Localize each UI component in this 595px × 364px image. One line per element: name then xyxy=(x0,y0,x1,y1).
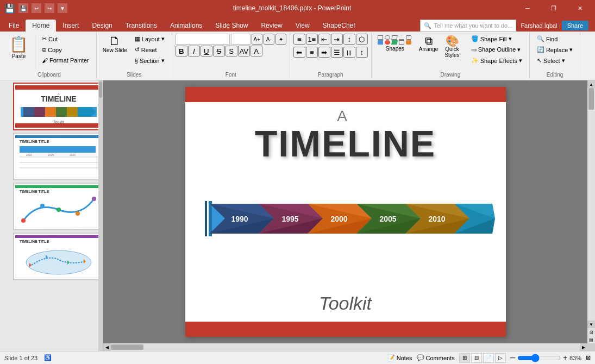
shadow-btn[interactable]: S xyxy=(226,46,237,57)
tab-transitions[interactable]: Transitions xyxy=(119,20,164,32)
accessibility-icon[interactable]: ♿ xyxy=(44,354,52,361)
fit-btn[interactable]: ⊡ xyxy=(590,328,593,336)
vscroll-thumb[interactable] xyxy=(588,88,594,110)
reset-button[interactable]: ↺ Reset xyxy=(131,45,168,55)
customize-quick-btn[interactable]: ▼ xyxy=(58,3,67,13)
canvas-hscrollbar[interactable]: ◀ ▶ xyxy=(103,343,595,351)
tab-review[interactable]: Review xyxy=(254,20,289,32)
increase-font-btn[interactable]: A+ xyxy=(252,34,262,45)
zoom-in-btn[interactable]: + xyxy=(563,354,567,362)
slide-3-thumb[interactable]: TIMELINE TITLE xyxy=(13,183,101,230)
paste-button[interactable]: 📋 Paste xyxy=(5,34,32,61)
comments-button[interactable]: 💬 Comments xyxy=(417,354,455,361)
svg-rect-32 xyxy=(15,235,98,238)
reading-view-btn[interactable]: 📄 xyxy=(483,353,494,363)
copy-button[interactable]: ⧉ Copy xyxy=(38,45,93,55)
tab-slideshow[interactable]: Slide Show xyxy=(209,20,254,32)
slide-3-container: 3 ★ TIMELINE TITLE xyxy=(2,183,101,230)
tab-view[interactable]: View xyxy=(289,20,316,32)
line-spacing-btn[interactable]: ↕ xyxy=(356,47,368,58)
spacing-btn[interactable]: AV xyxy=(238,46,250,57)
tell-me-search[interactable]: 🔍 Tell me what you want to do... xyxy=(420,20,516,32)
svg-text:TIMELINE TITLE: TIMELINE TITLE xyxy=(20,190,49,193)
notes-icon: 📝 xyxy=(387,354,395,361)
reset-icon: ↺ xyxy=(135,46,140,53)
notes-button[interactable]: 📝 Notes xyxy=(387,354,412,361)
font-size-input[interactable] xyxy=(231,34,250,45)
shape-outline-button[interactable]: ▭ Shape Outline ▾ xyxy=(467,45,526,55)
text-direction-btn[interactable]: ↕ xyxy=(343,34,355,45)
share-button[interactable]: Share xyxy=(562,21,588,30)
shape-fill-button[interactable]: 🪣 Shape Fill ▾ xyxy=(467,34,526,44)
slide-4-thumb[interactable]: TIMELINE TITLE xyxy=(13,233,101,280)
clear-format-btn[interactable]: ✦ xyxy=(275,34,286,45)
close-btn[interactable]: ✕ xyxy=(569,0,591,16)
canvas-area[interactable]: A TIMELINE 1990 xyxy=(103,80,587,343)
font-color-btn[interactable]: A xyxy=(250,46,262,57)
tab-animations[interactable]: Animations xyxy=(164,20,209,32)
slide-1-thumb[interactable]: A TIMELINE Toolkit xyxy=(13,83,101,130)
select-button[interactable]: ↖ Select ▾ xyxy=(533,55,577,66)
minimize-btn[interactable]: ─ xyxy=(517,0,538,16)
col-btn[interactable]: ⫼ xyxy=(343,47,355,58)
hscroll-thumb[interactable] xyxy=(111,344,143,350)
bold-btn[interactable]: B xyxy=(176,46,187,57)
decrease-font-btn[interactable]: A- xyxy=(264,34,274,45)
clipboard-content: 📋 Paste ✂ Cut ⧉ Copy 🖌 Format Painter xyxy=(5,34,93,71)
vscroll-down-btn[interactable]: ▼ xyxy=(587,321,595,328)
slides-label: Slides xyxy=(127,71,141,78)
tab-file[interactable]: File xyxy=(2,20,26,32)
vscroll-track[interactable] xyxy=(587,88,595,321)
zoom-out-btn[interactable]: ─ xyxy=(510,354,515,362)
vscroll-up-btn[interactable]: ▲ xyxy=(587,80,595,88)
arrange-button[interactable]: ⧉ Arrange xyxy=(416,34,441,54)
format-painter-button[interactable]: 🖌 Format Painter xyxy=(38,55,93,65)
strike-btn[interactable]: S xyxy=(213,46,225,57)
tab-shapechef[interactable]: ShapeChef xyxy=(316,20,362,32)
replace-button[interactable]: 🔄 Replace ▾ xyxy=(533,45,577,55)
number-list-btn[interactable]: 1≡ xyxy=(306,34,318,45)
slide-2-thumb[interactable]: TIMELINE TITLE 2010 2015 2020 xyxy=(13,133,101,180)
tab-home[interactable]: Home xyxy=(26,20,56,32)
restore-btn[interactable]: ❐ xyxy=(543,0,565,16)
decrease-indent-btn[interactable]: ⇤ xyxy=(318,34,330,45)
convert-smartart-btn[interactable]: ⬡ xyxy=(356,34,368,45)
section-button[interactable]: § Section ▾ xyxy=(131,55,168,66)
save-quick-btn[interactable]: 💾 xyxy=(18,3,28,13)
title-bar-right: ─ ❐ ✕ xyxy=(517,0,591,16)
zoom-fit-btn[interactable]: ▤ xyxy=(589,336,593,343)
slideshow-btn[interactable]: ▷ xyxy=(495,353,506,363)
editing-col: 🔍 Find 🔄 Replace ▾ ↖ Select ▾ xyxy=(533,34,577,66)
tab-design[interactable]: Design xyxy=(85,20,118,32)
align-right-btn[interactable]: ➡ xyxy=(318,47,330,58)
quick-styles-button[interactable]: 🎨 QuickStyles xyxy=(442,34,462,60)
new-slide-button[interactable]: 🗋 New Slide xyxy=(100,34,130,55)
shape-effects-button[interactable]: ✨ Shape Effects ▾ xyxy=(467,55,526,66)
italic-btn[interactable]: I xyxy=(188,46,200,57)
justify-btn[interactable]: ☰ xyxy=(331,47,343,58)
hscroll-track[interactable] xyxy=(111,343,580,351)
font-name-input[interactable] xyxy=(176,34,230,45)
drawing-label: Drawing xyxy=(441,71,461,78)
hscroll-left-btn[interactable]: ◀ xyxy=(103,343,111,351)
layout-button[interactable]: ▦ Layout ▾ xyxy=(131,34,168,44)
zoom-slider[interactable] xyxy=(517,354,561,362)
hscroll-right-btn[interactable]: ▶ xyxy=(580,343,587,351)
slide-panel-scrollbar[interactable] xyxy=(98,80,103,351)
slide-sorter-btn[interactable]: ⊟ xyxy=(471,353,482,363)
increase-indent-btn[interactable]: ⇥ xyxy=(331,34,343,45)
fit-slide-btn[interactable]: ⊠ xyxy=(586,354,591,361)
slide-canvas[interactable]: A TIMELINE 1990 xyxy=(185,87,506,337)
tab-insert[interactable]: Insert xyxy=(56,20,85,32)
underline-btn[interactable]: U xyxy=(201,46,212,57)
align-left-btn[interactable]: ⬅ xyxy=(293,47,305,58)
bullet-list-btn[interactable]: ≡ xyxy=(293,34,305,45)
cut-button[interactable]: ✂ Cut xyxy=(38,34,93,44)
shapes-button[interactable]: Shapes xyxy=(375,34,415,53)
find-button[interactable]: 🔍 Find xyxy=(533,34,577,44)
redo-quick-btn[interactable]: ↪ xyxy=(45,3,54,13)
undo-quick-btn[interactable]: ↩ xyxy=(32,3,41,13)
canvas-vscrollbar[interactable]: ▲ ▼ ⊡ ▤ xyxy=(587,80,595,343)
align-center-btn[interactable]: ≡ xyxy=(306,47,318,58)
normal-view-btn[interactable]: ⊞ xyxy=(459,353,470,363)
